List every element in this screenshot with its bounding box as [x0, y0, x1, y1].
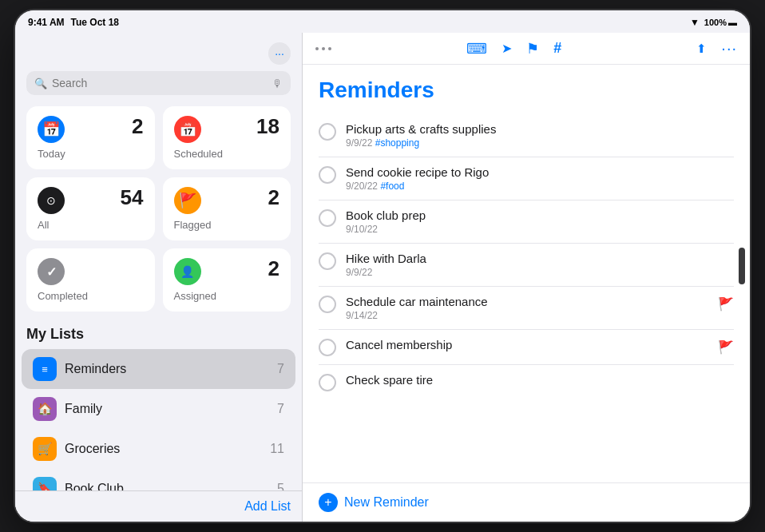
reminders-title: Reminders [319, 77, 734, 103]
new-reminder-label: New Reminder [344, 495, 429, 510]
flagged-count: 2 [268, 187, 279, 208]
reminder-title-5: Schedule car maintenance [346, 295, 708, 308]
list-item-family[interactable]: 🏠 Family 7 [22, 389, 295, 429]
location-toolbar-icon[interactable]: ➤ [501, 41, 512, 56]
mic-icon[interactable]: 🎙 [272, 77, 283, 89]
book-club-list-icon: 🔖 [33, 477, 57, 490]
date-display: Tue Oct 18 [71, 17, 119, 28]
status-bar: 9:41 AM Tue Oct 18 ▼ 100% ▬ [15, 10, 750, 33]
reminder-checkbox-1[interactable] [319, 123, 336, 141]
panel-topbar: ⌨ ➤ ⚑ # ⬆ ··· [303, 33, 750, 65]
scheduled-count: 18 [256, 116, 279, 137]
flag-toolbar-icon[interactable]: ⚑ [526, 40, 539, 58]
battery-icon: ▬ [728, 18, 737, 27]
reminder-title-6: Cancel membership [346, 338, 708, 351]
home-button[interactable] [739, 248, 745, 284]
family-list-icon: 🏠 [33, 397, 57, 421]
completed-label: Completed [38, 290, 144, 302]
battery-indicator: 100% ▬ [704, 18, 737, 27]
reminder-title-1: Pickup arts & crafts supplies [346, 122, 734, 136]
today-label: Today [38, 148, 144, 160]
book-club-list-label: Book Club [65, 482, 269, 490]
reminder-sub-5: 9/14/22 [346, 310, 708, 321]
flagged-icon: 🚩 [174, 187, 201, 214]
reminder-item: Schedule car maintenance 9/14/22 🚩 [319, 287, 734, 330]
list-item-reminders[interactable]: ≡ Reminders 7 [22, 349, 295, 389]
reminder-item: Pickup arts & crafts supplies 9/9/22 #sh… [319, 114, 734, 157]
time-display: 9:41 AM [28, 17, 65, 28]
assigned-icon: 👤 [174, 258, 201, 285]
book-club-list-count: 5 [277, 482, 284, 490]
keyboard-toolbar-icon[interactable]: ⌨ [466, 40, 487, 58]
three-dots-decoration [315, 47, 331, 50]
completed-icon: ✓ [38, 258, 65, 285]
smart-card-assigned[interactable]: 👤 2 Assigned [163, 248, 291, 312]
reminder-checkbox-5[interactable] [319, 296, 336, 313]
smart-card-flagged[interactable]: 🚩 2 Flagged [163, 177, 291, 240]
smart-card-all[interactable]: ⊙ 54 All [26, 177, 155, 240]
today-icon: 📅 [38, 116, 65, 143]
search-bar: 🔍 🎙 [26, 71, 291, 95]
reminder-item: Cancel membership 🚩 [319, 330, 734, 365]
toolbar-right: ⬆ ··· [696, 39, 737, 58]
reminder-body-4: Hike with Darla 9/9/22 [346, 252, 734, 278]
smart-card-today[interactable]: 📅 2 Today [26, 106, 155, 169]
scheduled-icon: 📅 [174, 116, 201, 143]
share-toolbar-icon[interactable]: ⬆ [696, 42, 707, 56]
family-list-label: Family [65, 402, 269, 416]
reminder-item: Book club prep 9/10/22 [319, 200, 734, 244]
reminder-body-5: Schedule car maintenance 9/14/22 [346, 295, 708, 321]
search-input[interactable] [52, 77, 268, 89]
toolbar-icons: ⌨ ➤ ⚑ # [466, 40, 561, 58]
today-count: 2 [132, 116, 143, 137]
main-panel: ⌨ ➤ ⚑ # ⬆ ··· Reminders Pickup arts & cr [303, 33, 750, 522]
panel-footer: + New Reminder [303, 482, 750, 522]
reminder-body-2: Send cookie recipe to Rigo 9/20/22 #food [346, 165, 734, 192]
reminder-sub-2: 9/20/22 #food [346, 181, 734, 192]
reminder-body-7: Check spare tire [346, 373, 734, 387]
reminder-sub-1: 9/9/22 #shopping [346, 137, 734, 149]
all-icon: ⊙ [38, 187, 65, 214]
wifi-icon: ▼ [690, 17, 700, 28]
reminder-checkbox-7[interactable] [319, 374, 336, 391]
reminders-list-icon: ≡ [33, 357, 57, 381]
list-item-groceries[interactable]: 🛒 Groceries 11 [22, 429, 295, 469]
new-reminder-button[interactable]: + New Reminder [319, 493, 429, 512]
assigned-label: Assigned [174, 290, 280, 302]
smart-lists-grid: 📅 2 Today 📅 18 Scheduled ⊙ [15, 106, 302, 323]
all-count: 54 [121, 187, 144, 208]
reminder-checkbox-3[interactable] [319, 209, 336, 227]
reminder-checkbox-6[interactable] [319, 339, 336, 356]
reminders-list-count: 7 [277, 362, 284, 376]
assigned-count: 2 [268, 258, 279, 279]
groceries-list-icon: 🛒 [33, 437, 57, 461]
smart-card-completed[interactable]: ✓ Completed [26, 248, 155, 312]
reminder-checkbox-4[interactable] [319, 252, 336, 270]
reminder-title-2: Send cookie recipe to Rigo [346, 165, 734, 179]
reminder-body-6: Cancel membership [346, 338, 708, 351]
reminder-title-7: Check spare tire [346, 373, 734, 387]
scheduled-label: Scheduled [174, 148, 280, 160]
groceries-list-label: Groceries [65, 442, 262, 456]
all-label: All [38, 219, 144, 231]
hash-toolbar-icon[interactable]: # [553, 40, 561, 57]
search-icon: 🔍 [34, 77, 47, 89]
sidebar-more-button[interactable]: ··· [268, 42, 291, 65]
reminder-sub-4: 9/9/22 [346, 267, 734, 278]
sidebar-footer: Add List [15, 490, 302, 522]
reminders-content: Reminders Pickup arts & crafts supplies … [303, 65, 750, 482]
reminder-title-4: Hike with Darla [346, 252, 734, 265]
plus-circle-icon: + [319, 493, 338, 512]
reminder-body-3: Book club prep 9/10/22 [346, 208, 734, 235]
reminder-item: Hike with Darla 9/9/22 [319, 244, 734, 287]
list-item-book-club[interactable]: 🔖 Book Club 5 [22, 469, 295, 490]
reminder-item: Check spare tire [319, 365, 734, 399]
list-items: ≡ Reminders 7 🏠 Family 7 🛒 Groceries 11 [15, 349, 302, 490]
reminder-body-1: Pickup arts & crafts supplies 9/9/22 #sh… [346, 122, 734, 149]
smart-card-scheduled[interactable]: 📅 18 Scheduled [163, 106, 291, 169]
reminders-list-label: Reminders [65, 362, 269, 376]
add-list-button[interactable]: Add List [244, 499, 291, 514]
reminder-checkbox-2[interactable] [319, 166, 336, 184]
more-toolbar-icon[interactable]: ··· [721, 39, 737, 58]
family-list-count: 7 [277, 402, 284, 416]
